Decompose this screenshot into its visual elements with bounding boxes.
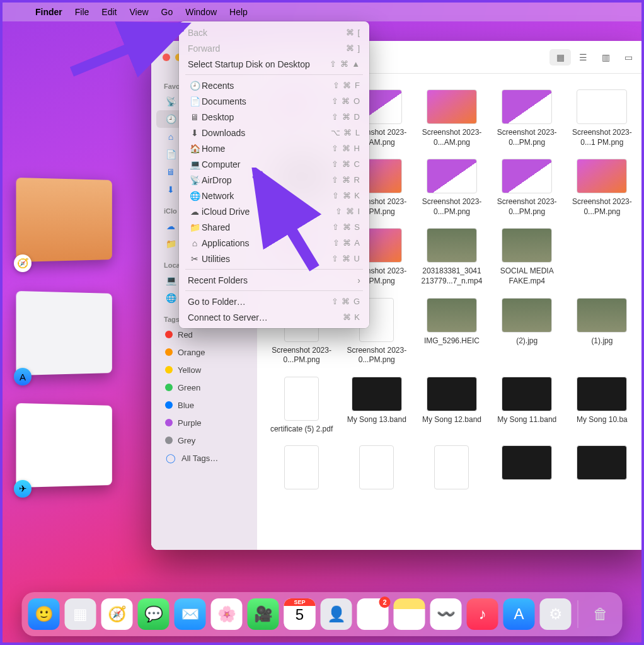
go-to-folder[interactable]: Go to Folder…⇧ ⌘ G — [179, 294, 369, 309]
dock-calendar[interactable]: SEP5 — [284, 598, 316, 630]
file-item[interactable]: (2).jpg — [492, 298, 562, 365]
dock-freeform[interactable]: 〰️ — [430, 598, 462, 630]
dock-appstore[interactable]: A — [503, 598, 535, 630]
file-item[interactable]: Screenshot 2023-0...PM.png — [492, 159, 562, 217]
file-item[interactable]: My Song 12.band — [417, 377, 486, 435]
file-item[interactable]: (1).jpg — [567, 298, 637, 365]
file-item[interactable]: Screenshot 2023-0...PM.png — [417, 159, 486, 217]
tag-dot-icon — [165, 348, 173, 356]
file-item[interactable]: SOCIAL MEDIA FAKE.mp4 — [492, 228, 562, 286]
tag-dot-icon — [165, 384, 173, 391]
file-thumbnail — [284, 445, 319, 489]
file-item[interactable] — [267, 445, 336, 493]
menu-go[interactable]: Go — [155, 3, 180, 21]
file-item[interactable]: My Song 11.band — [492, 377, 562, 435]
tag-purple[interactable]: Purple — [156, 414, 252, 431]
file-item[interactable]: Screenshot 2023-0...AM.png — [417, 89, 486, 147]
go-item-recents[interactable]: 🕘Recents⇧ ⌘ F — [179, 77, 369, 93]
file-thumbnail — [577, 445, 627, 480]
file-thumbnail — [577, 377, 627, 411]
connect-to-server[interactable]: Connect to Server…⌘ K — [179, 309, 369, 325]
dock-launchpad[interactable]: ▦ — [65, 598, 96, 630]
airdrop-icon: 📡 — [165, 96, 176, 106]
desktop-preview-2[interactable] — [16, 291, 112, 375]
view-icon-gallery[interactable]: ▭ — [618, 49, 639, 66]
file-name: Screenshot 2023-0...PM.png — [267, 346, 336, 365]
dock-finder[interactable]: 🙂 — [28, 598, 60, 630]
file-thumbnail — [502, 298, 552, 333]
telegram-icon[interactable]: ✈︎ — [14, 480, 32, 498]
tag-dot-icon — [165, 401, 173, 409]
file-item[interactable] — [417, 445, 486, 493]
shared-icon: 📁 — [188, 222, 202, 232]
file-thumbnail — [502, 228, 552, 263]
go-item-documents[interactable]: 📄Documents⇧ ⌘ O — [179, 93, 369, 109]
annotation-arrow-go — [66, 21, 192, 78]
file-name: certificate (5) 2.pdf — [270, 425, 333, 435]
documents-icon: 📄 — [188, 96, 202, 106]
file-item[interactable]: Screenshot 2023-0...1 PM.png — [567, 89, 637, 147]
view-icon-list[interactable]: ☰ — [572, 49, 594, 66]
dock-safari[interactable]: 🧭 — [101, 598, 133, 630]
file-item[interactable]: 203183381_3041 213779...7_n.mp4 — [417, 228, 486, 286]
file-item[interactable]: Screenshot 2023-0...PM.png — [567, 159, 637, 217]
view-icon-grid[interactable]: ▦ — [549, 49, 571, 66]
file-item[interactable] — [567, 445, 637, 493]
tag-yellow[interactable]: Yellow — [156, 361, 252, 379]
go-startup-disk[interactable]: Select Startup Disk on Desktop⇧ ⌘ ▲ — [179, 56, 369, 72]
file-item[interactable]: Screenshot 2023-0...PM.png — [492, 89, 562, 147]
tag-blue[interactable]: Blue — [156, 396, 252, 414]
file-item[interactable]: IMG_5296.HEIC — [417, 298, 486, 365]
file-name: Screenshot 2023-0...PM.png — [417, 197, 486, 217]
tag-green[interactable]: Green — [156, 379, 252, 396]
file-name: Screenshot 2023-0...PM.png — [567, 197, 637, 217]
file-name: My Song 10.ba — [577, 415, 628, 425]
dock-music[interactable]: ♪ — [467, 598, 498, 630]
tag-red[interactable]: Red — [156, 326, 252, 343]
dock-messages[interactable]: 💬 — [138, 598, 170, 630]
file-name: Screenshot 2023-0...PM.png — [492, 128, 562, 147]
go-item-downloads[interactable]: ⬇︎Downloads⌥ ⌘ L — [179, 125, 369, 140]
menu-window[interactable]: Window — [179, 3, 223, 21]
dock-notes[interactable] — [394, 598, 425, 630]
go-forward: Forward⌘ ] — [179, 40, 369, 56]
dock-photos[interactable]: 🌸 — [211, 598, 243, 630]
icloud-icon: ☁︎ — [165, 221, 176, 231]
home-icon: 🏠 — [188, 144, 202, 154]
tag-orange[interactable]: Orange — [156, 343, 252, 361]
dock-trash[interactable]: 🗑 — [585, 598, 616, 630]
desktop-preview-3[interactable] — [16, 403, 112, 488]
go-item-home[interactable]: 🏠Home⇧ ⌘ H — [179, 140, 369, 156]
desktop-preview-1[interactable] — [16, 178, 112, 262]
file-item[interactable] — [492, 445, 562, 493]
dock-facetime[interactable]: 🎥 — [248, 598, 279, 630]
view-icon-columns[interactable]: ▥ — [595, 49, 616, 66]
file-item[interactable] — [342, 445, 411, 493]
sidebar-all-tags[interactable]: ◯All Tags… — [156, 449, 252, 467]
appstore-icon[interactable]: A — [14, 368, 32, 385]
dock-contacts[interactable]: 👤 — [321, 598, 352, 630]
safari-icon[interactable]: 🧭 — [14, 254, 32, 272]
file-item[interactable]: certificate (5) 2.pdf — [267, 377, 336, 435]
tag-dot-icon — [165, 366, 173, 374]
chevron-right-icon: › — [357, 275, 360, 285]
menubar-app[interactable]: Finder — [29, 3, 69, 21]
badge: 2 — [379, 596, 391, 608]
menu-view[interactable]: View — [123, 3, 154, 21]
dock-mail[interactable]: ✉️ — [175, 598, 206, 630]
recents-icon: 🕘 — [188, 81, 202, 91]
dock-reminders[interactable]: ☑2 — [357, 598, 389, 630]
file-thumbnail — [502, 89, 552, 124]
file-item[interactable]: My Song 13.band — [342, 377, 411, 435]
tag-grey[interactable]: Grey — [156, 431, 252, 449]
menu-help[interactable]: Help — [223, 3, 254, 21]
dock-settings[interactable]: ⚙︎ — [540, 598, 572, 630]
icloud drive-icon: ☁︎ — [188, 207, 202, 217]
file-name: 203183381_3041 213779...7_n.mp4 — [417, 266, 486, 286]
menu-file[interactable]: File — [69, 3, 96, 21]
file-thumbnail — [577, 89, 627, 124]
go-item-desktop[interactable]: 🖥Desktop⇧ ⌘ D — [179, 109, 369, 125]
menu-edit[interactable]: Edit — [95, 3, 123, 21]
file-item[interactable]: My Song 10.ba — [567, 377, 637, 435]
recents-icon: 🕘 — [165, 114, 176, 124]
